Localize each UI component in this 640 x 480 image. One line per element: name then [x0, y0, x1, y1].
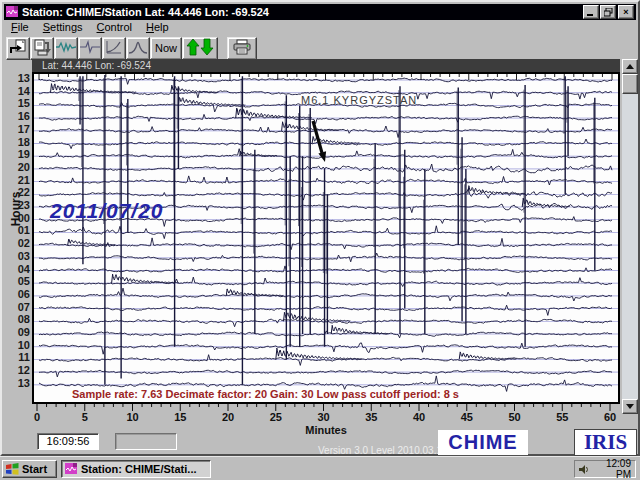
- minimize-button[interactable]: [583, 5, 599, 19]
- acquisition-status-line: Sample rate: 7.63 Decimate factor: 20 Ga…: [72, 388, 459, 400]
- hour-label-15-2: 15: [8, 97, 30, 109]
- hour-label-02-13: 02: [8, 237, 30, 249]
- load-waveform-icon: [9, 39, 27, 58]
- x-tick-label-60: 60: [597, 411, 623, 423]
- hour-label-13-0: 13: [8, 72, 30, 84]
- title-bar: Station: CHIME/Station Lat: 44.446 Lon: …: [4, 4, 636, 20]
- menu-item-settings[interactable]: Settings: [36, 20, 90, 35]
- scroll-arrows-button[interactable]: [182, 37, 218, 60]
- windows-logo-icon: [6, 463, 19, 475]
- taskbar: Start Station: CHIME/Stati... 12:09 PM: [0, 456, 640, 480]
- hour-label-12-23: 12: [8, 364, 30, 376]
- x-tick-label-0: 0: [24, 411, 50, 423]
- hour-label-18-5: 18: [8, 136, 30, 148]
- up-down-arrows-icon: [186, 38, 214, 58]
- up-arrow-icon: [626, 64, 634, 69]
- now-button[interactable]: Now: [150, 37, 182, 60]
- x-tick-label-25: 25: [263, 411, 289, 423]
- seismogram-canvas: [34, 74, 618, 402]
- x-tick-label-30: 30: [311, 411, 337, 423]
- x-tick-label-50: 50: [502, 411, 528, 423]
- system-tray: 12:09 PM: [574, 460, 636, 478]
- load-button[interactable]: [6, 37, 30, 60]
- app-window: Station: CHIME/Station Lat: 44.446 Lon: …: [0, 0, 640, 456]
- hour-label-11-22: 11: [8, 351, 30, 363]
- date-annotation: 2011/07/20: [50, 199, 164, 223]
- filter-ramp-icon: [105, 40, 123, 57]
- hour-label-23-10: 23: [8, 199, 30, 211]
- hour-label-09-20: 09: [8, 326, 30, 338]
- menu-bar: FileSettingsControlHelp: [4, 20, 636, 35]
- bell-curve-icon: [128, 40, 148, 57]
- hour-label-17-4: 17: [8, 123, 30, 135]
- hour-label-16-3: 16: [8, 110, 30, 122]
- scroll-down-button[interactable]: [622, 399, 638, 414]
- hour-label-13-24: 13: [8, 377, 30, 389]
- scrollbar-thumb[interactable]: [622, 74, 638, 94]
- menu-item-control[interactable]: Control: [90, 20, 139, 35]
- spike-trace-icon: [80, 40, 100, 56]
- hour-label-04-15: 04: [8, 263, 30, 275]
- start-button[interactable]: Start: [2, 460, 57, 478]
- x-tick-label-20: 20: [215, 411, 241, 423]
- x-tick-label-15: 15: [167, 411, 193, 423]
- earthquake-annotation: M6.1 KYRGYZSTAN: [301, 94, 417, 106]
- filter-button[interactable]: [102, 37, 126, 60]
- spike-trace-button[interactable]: [78, 37, 102, 60]
- scroll-up-button[interactable]: [622, 59, 638, 74]
- hour-label-14-1: 14: [8, 85, 30, 97]
- x-tick-label-35: 35: [358, 411, 384, 423]
- save-button[interactable]: [30, 37, 54, 60]
- hour-label-20-7: 20: [8, 161, 30, 173]
- toolbar: Now: [6, 36, 257, 60]
- x-tick-label-55: 55: [549, 411, 575, 423]
- plot-inset-label: Lat: 44.446 Lon: -69.524: [32, 59, 620, 72]
- close-button[interactable]: ×: [618, 5, 634, 19]
- app-icon: [6, 6, 19, 18]
- task-label: Station: CHIME/Stati...: [81, 463, 197, 475]
- chime-logo: CHIME: [438, 430, 528, 455]
- hour-label-21-8: 21: [8, 174, 30, 186]
- waveform-button[interactable]: [54, 37, 78, 60]
- hour-label-08-19: 08: [8, 313, 30, 325]
- hour-label-19-6: 19: [8, 148, 30, 160]
- helicorder-plot: [32, 72, 620, 404]
- down-arrow-icon: [626, 404, 634, 409]
- vertical-scrollbar[interactable]: [622, 59, 638, 414]
- hour-label-00-11: 00: [8, 212, 30, 224]
- hour-label-01-12: 01: [8, 224, 30, 236]
- x-tick-label-40: 40: [406, 411, 432, 423]
- iris-logo: IRIS: [574, 429, 637, 456]
- blank-status-field[interactable]: [115, 433, 177, 450]
- save-waveform-icon: [33, 39, 51, 58]
- x-tick-label-10: 10: [120, 411, 146, 423]
- start-label: Start: [22, 463, 47, 475]
- hour-label-22-9: 22: [8, 186, 30, 198]
- print-button[interactable]: [227, 37, 257, 60]
- hour-label-07-18: 07: [8, 301, 30, 313]
- speaker-icon[interactable]: [579, 464, 590, 475]
- x-tick-label-5: 5: [72, 411, 98, 423]
- hour-label-10-21: 10: [8, 339, 30, 351]
- clock-field[interactable]: 16:09:56: [37, 433, 99, 450]
- x-axis-title: Minutes: [276, 424, 376, 436]
- task-app-icon: [65, 463, 78, 475]
- hour-label-06-17: 06: [8, 288, 30, 300]
- restore-button[interactable]: [600, 5, 616, 19]
- waveform-icon: [56, 40, 76, 56]
- hour-label-05-16: 05: [8, 275, 30, 287]
- response-button[interactable]: [126, 37, 150, 60]
- tray-clock: 12:09 PM: [590, 458, 631, 480]
- menu-item-help[interactable]: Help: [139, 20, 176, 35]
- window-title: Station: CHIME/Station Lat: 44.446 Lon: …: [22, 6, 582, 18]
- hour-label-03-14: 03: [8, 250, 30, 262]
- printer-icon: [232, 39, 252, 57]
- menu-item-file[interactable]: File: [4, 20, 36, 35]
- task-button-station[interactable]: Station: CHIME/Stati...: [61, 460, 211, 478]
- x-tick-label-45: 45: [454, 411, 480, 423]
